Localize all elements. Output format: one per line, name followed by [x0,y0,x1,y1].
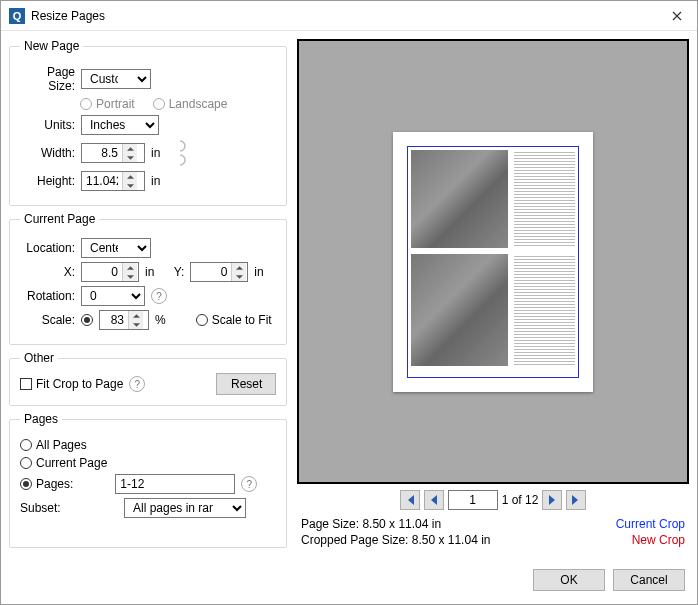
text-column [514,254,575,366]
page-number-input[interactable] [448,490,498,510]
close-button[interactable] [657,1,697,31]
text-column [514,150,575,249]
other-legend: Other [20,351,58,365]
new-crop-label: New Crop [632,533,685,547]
new-page-group: New Page Page Size: Custom Portrait Land… [9,39,287,206]
resize-pages-dialog: Q Resize Pages New Page Page Size: Custo… [0,0,698,605]
x-spinner[interactable] [81,262,139,282]
pages-range-radio[interactable]: Pages: [20,477,73,491]
other-group: Other Fit Crop to Page ? Reset [9,351,287,406]
page-nav: 1 of 12 [297,484,689,516]
rotation-help-icon[interactable]: ? [151,288,167,304]
width-input[interactable] [82,144,122,162]
dialog-footer: OK Cancel [1,556,697,604]
all-pages-radio[interactable]: All Pages [20,438,87,452]
width-down[interactable] [123,153,137,162]
rotation-select[interactable]: 0 [81,286,145,306]
reset-button[interactable]: Reset [216,373,276,395]
new-page-legend: New Page [20,39,83,53]
link-icon[interactable] [174,139,186,167]
units-select[interactable]: Inches [81,115,159,135]
page-size-label: Page Size: [20,65,75,93]
app-icon: Q [9,8,25,24]
portrait-radio: Portrait [80,97,135,111]
ok-button[interactable]: OK [533,569,605,591]
pages-range-input[interactable] [115,474,235,494]
scale-input[interactable] [100,311,128,329]
location-label: Location: [20,241,75,255]
height-unit: in [151,174,160,188]
pages-help-icon[interactable]: ? [241,476,257,492]
cancel-button[interactable]: Cancel [613,569,685,591]
preview-area [297,39,689,484]
current-page-radio[interactable]: Current Page [20,456,107,470]
next-page-button[interactable] [542,490,562,510]
last-page-button[interactable] [566,490,586,510]
page-size-select[interactable]: Custom [81,69,151,89]
cropped-size-value: 8.50 x 11.04 in [412,533,491,547]
fit-crop-help-icon[interactable]: ? [129,376,145,392]
illustration [411,150,508,249]
width-label: Width: [20,146,75,160]
width-spinner[interactable] [81,143,145,163]
units-label: Units: [20,118,75,132]
titlebar: Q Resize Pages [1,1,697,31]
location-select[interactable]: Center [81,238,151,258]
landscape-radio: Landscape [153,97,228,111]
page-size-label: Page Size: [301,517,359,531]
y-spinner[interactable] [190,262,248,282]
x-label: X: [20,265,75,279]
rotation-label: Rotation: [20,289,75,303]
cropped-size-label: Cropped Page Size: [301,533,408,547]
current-crop-label: Current Crop [616,517,685,531]
scale-spinner[interactable] [99,310,149,330]
current-page-group: Current Page Location: Center X: in Y: [9,212,287,345]
current-page-legend: Current Page [20,212,99,226]
illustration [411,254,508,366]
width-unit: in [151,146,160,160]
first-page-button[interactable] [400,490,420,510]
pages-group: Pages All Pages Current Page Pages: ? Su… [9,412,287,548]
page-size-value: 8.50 x 11.04 in [362,517,441,531]
scale-to-fit-radio[interactable]: Scale to Fit [196,313,272,327]
y-input[interactable] [191,263,231,281]
prev-page-button[interactable] [424,490,444,510]
preview-page [393,132,593,392]
height-spinner[interactable] [81,171,145,191]
width-up[interactable] [123,144,137,153]
x-input[interactable] [82,263,122,281]
height-down[interactable] [123,181,137,190]
height-up[interactable] [123,172,137,181]
scale-label: Scale: [20,313,75,327]
height-label: Height: [20,174,75,188]
height-input[interactable] [82,172,122,190]
pages-legend: Pages [20,412,62,426]
window-title: Resize Pages [31,9,657,23]
scale-radio[interactable] [81,314,93,326]
subset-label: Subset: [20,501,70,515]
subset-select[interactable]: All pages in range [124,498,246,518]
page-of-text: 1 of 12 [502,493,539,507]
fit-crop-checkbox[interactable]: Fit Crop to Page [20,377,123,391]
y-label: Y: [160,265,184,279]
